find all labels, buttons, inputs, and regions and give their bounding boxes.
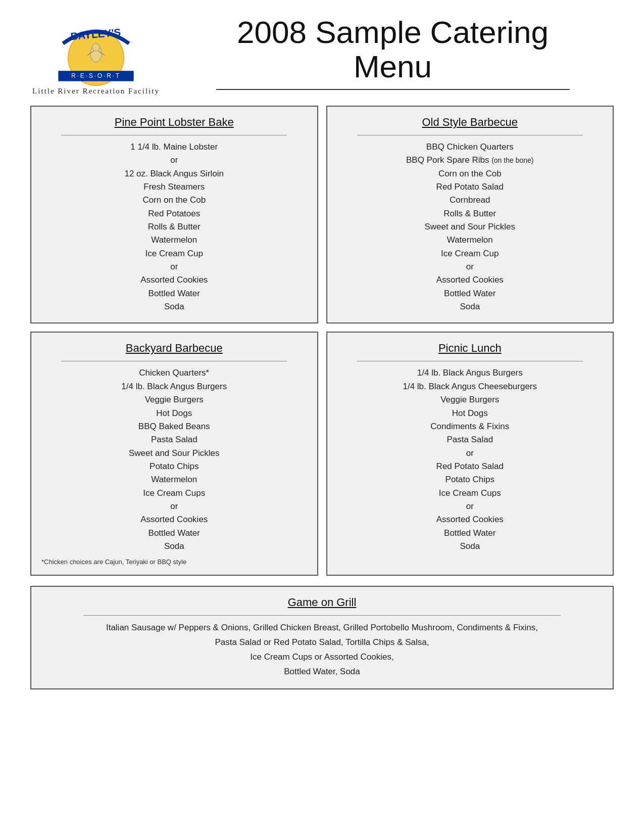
backyard-divider bbox=[61, 361, 287, 361]
list-item: Corn on the Cob bbox=[337, 167, 603, 180]
list-item: Ice Cream Cups bbox=[41, 487, 307, 500]
list-item: Ice Cream Cup bbox=[41, 247, 307, 260]
list-item: Bottled Water bbox=[337, 287, 603, 300]
picnic-items: 1/4 lb. Black Angus Burgers 1/4 lb. Blac… bbox=[337, 366, 603, 553]
list-item: Pasta Salad bbox=[337, 433, 603, 446]
list-item: Bottled Water bbox=[41, 527, 307, 540]
pine-point-title: Pine Point Lobster Bake bbox=[41, 116, 307, 129]
list-item: Assorted Cookies bbox=[41, 513, 307, 526]
list-item: Cornbread bbox=[337, 194, 603, 207]
list-item: BBQ Chicken Quarters bbox=[337, 141, 603, 154]
list-item: or bbox=[41, 260, 307, 273]
list-item: Sweet and Sour Pickles bbox=[337, 220, 603, 234]
old-style-title: Old Style Barbecue bbox=[337, 116, 603, 129]
list-item: Veggie Burgers bbox=[41, 393, 307, 406]
menu-box-picnic: Picnic Lunch 1/4 lb. Black Angus Burgers… bbox=[326, 332, 614, 576]
list-item: Red Potato Salad bbox=[337, 460, 603, 473]
list-item: BBQ Pork Spare Ribs (on the bone) bbox=[337, 154, 603, 167]
list-item: Bottled Water bbox=[41, 287, 307, 300]
main-title: 2008 Sample Catering Menu bbox=[172, 15, 614, 84]
list-item: Red Potatoes bbox=[41, 207, 307, 220]
list-item: 12 oz. Black Angus Sirloin bbox=[41, 167, 307, 180]
pine-point-divider bbox=[61, 135, 287, 135]
old-style-divider bbox=[357, 135, 583, 135]
svg-text:R·E·S·O·R·T: R·E·S·O·R·T bbox=[71, 72, 121, 79]
list-item: Rolls & Butter bbox=[41, 220, 307, 234]
list-item: Watermelon bbox=[41, 473, 307, 486]
list-item: Hot Dogs bbox=[41, 407, 307, 420]
list-item: 1/4 lb. Black Angus Burgers bbox=[41, 380, 307, 393]
list-item: Soda bbox=[41, 300, 307, 313]
pine-point-items: 1 1/4 lb. Maine Lobster or 12 oz. Black … bbox=[41, 141, 307, 313]
list-item: 1 1/4 lb. Maine Lobster bbox=[41, 141, 307, 154]
list-item: Potato Chips bbox=[41, 460, 307, 473]
backyard-title: Backyard Barbecue bbox=[41, 342, 307, 355]
list-item: Corn on the Cob bbox=[41, 194, 307, 207]
title-line1: 2008 Sample Catering bbox=[237, 15, 549, 50]
title-line2: Menu bbox=[354, 49, 432, 84]
old-style-items: BBQ Chicken Quarters BBQ Pork Spare Ribs… bbox=[337, 141, 603, 313]
picnic-divider bbox=[357, 361, 583, 361]
title-area: 2008 Sample Catering Menu bbox=[162, 15, 614, 90]
svg-point-4 bbox=[92, 43, 100, 51]
list-item: or bbox=[337, 447, 603, 460]
list-item: or bbox=[41, 154, 307, 167]
page: BAYLEY'S R·E·S·O·R·T Little River Recrea… bbox=[0, 0, 644, 834]
game-on-grill-description: Italian Sausage w/ Peppers & Onions, Gri… bbox=[41, 621, 603, 679]
logo-area: BAYLEY'S R·E·S·O·R·T Little River Recrea… bbox=[30, 15, 162, 96]
list-item: or bbox=[337, 500, 603, 513]
menu-box-pine-point: Pine Point Lobster Bake 1 1/4 lb. Maine … bbox=[30, 106, 318, 323]
logo-subtitle: Little River Recreation Facility bbox=[32, 87, 160, 96]
list-item: Soda bbox=[337, 540, 603, 553]
list-item: Chicken Quarters* bbox=[41, 366, 307, 380]
game-on-grill-divider bbox=[83, 615, 560, 616]
logo-graphic: BAYLEY'S R·E·S·O·R·T bbox=[45, 15, 146, 86]
list-item: Fresh Steamers bbox=[41, 180, 307, 194]
list-item: Soda bbox=[41, 540, 307, 553]
list-item: Hot Dogs bbox=[337, 407, 603, 420]
list-item: Potato Chips bbox=[337, 473, 603, 486]
menu-grid: Pine Point Lobster Bake 1 1/4 lb. Maine … bbox=[30, 106, 614, 689]
list-item: Assorted Cookies bbox=[337, 273, 603, 287]
list-item: Sweet and Sour Pickles bbox=[41, 447, 307, 460]
list-item: Watermelon bbox=[337, 234, 603, 247]
title-divider bbox=[216, 89, 570, 90]
list-item: Veggie Burgers bbox=[337, 393, 603, 406]
list-item: Assorted Cookies bbox=[337, 513, 603, 526]
list-item: 1/4 lb. Black Angus Burgers bbox=[337, 366, 603, 380]
list-item: Watermelon bbox=[41, 234, 307, 247]
list-item: Soda bbox=[337, 300, 603, 313]
list-item: Ice Cream Cups bbox=[337, 487, 603, 500]
list-item: Pasta Salad bbox=[41, 433, 307, 446]
menu-box-old-style: Old Style Barbecue BBQ Chicken Quarters … bbox=[326, 106, 614, 323]
backyard-items: Chicken Quarters* 1/4 lb. Black Angus Bu… bbox=[41, 366, 307, 553]
list-item: Assorted Cookies bbox=[41, 273, 307, 287]
menu-box-game-on-grill: Game on Grill Italian Sausage w/ Peppers… bbox=[30, 586, 614, 689]
header: BAYLEY'S R·E·S·O·R·T Little River Recrea… bbox=[30, 15, 614, 96]
list-item: or bbox=[337, 260, 603, 273]
list-item: Bottled Water bbox=[337, 527, 603, 540]
menu-box-backyard: Backyard Barbecue Chicken Quarters* 1/4 … bbox=[30, 332, 318, 576]
list-item: 1/4 lb. Black Angus Cheeseburgers bbox=[337, 380, 603, 393]
picnic-title: Picnic Lunch bbox=[337, 342, 603, 355]
list-item: Ice Cream Cup bbox=[337, 247, 603, 260]
list-item: BBQ Baked Beans bbox=[41, 420, 307, 433]
list-item: Condiments & Fixins bbox=[337, 420, 603, 433]
list-item: or bbox=[41, 500, 307, 513]
list-item: Red Potato Salad bbox=[337, 180, 603, 194]
list-item: Rolls & Butter bbox=[337, 207, 603, 220]
backyard-footnote: *Chicken choices are Cajun, Teriyaki or … bbox=[41, 558, 307, 566]
game-on-grill-title: Game on Grill bbox=[41, 596, 603, 609]
